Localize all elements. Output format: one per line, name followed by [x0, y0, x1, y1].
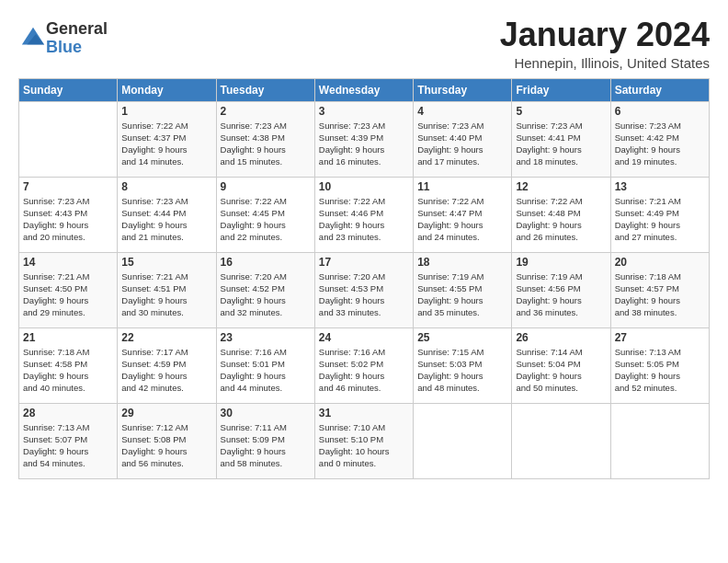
day-cell: 27Sunrise: 7:13 AMSunset: 5:05 PMDayligh… — [610, 327, 709, 403]
day-cell — [414, 403, 512, 478]
month-title: January 2024 — [500, 17, 710, 53]
day-cell: 23Sunrise: 7:16 AMSunset: 5:01 PMDayligh… — [216, 327, 314, 403]
day-number: 27 — [615, 331, 705, 344]
day-cell: 16Sunrise: 7:20 AMSunset: 4:52 PMDayligh… — [216, 252, 314, 327]
day-info: Sunrise: 7:22 AMSunset: 4:37 PMDaylight:… — [121, 120, 211, 168]
day-cell: 5Sunrise: 7:23 AMSunset: 4:41 PMDaylight… — [512, 101, 610, 177]
day-info: Sunrise: 7:23 AMSunset: 4:39 PMDaylight:… — [319, 120, 409, 168]
day-info: Sunrise: 7:13 AMSunset: 5:07 PMDaylight:… — [23, 421, 113, 470]
day-number: 4 — [417, 105, 507, 118]
day-number: 1 — [121, 105, 211, 118]
day-cell: 26Sunrise: 7:14 AMSunset: 5:04 PMDayligh… — [512, 327, 610, 403]
day-info: Sunrise: 7:18 AMSunset: 4:57 PMDaylight:… — [615, 270, 705, 319]
day-info: Sunrise: 7:21 AMSunset: 4:51 PMDaylight:… — [121, 270, 211, 319]
day-info: Sunrise: 7:16 AMSunset: 5:01 PMDaylight:… — [221, 346, 311, 395]
day-info: Sunrise: 7:23 AMSunset: 4:41 PMDaylight:… — [516, 120, 606, 168]
header-thursday: Thursday — [414, 78, 512, 101]
week-row-1: 1Sunrise: 7:22 AMSunset: 4:37 PMDaylight… — [19, 101, 710, 177]
day-number: 10 — [319, 180, 409, 193]
page-header: General Blue January 2024 Hennepin, Illi… — [18, 17, 710, 71]
day-cell: 21Sunrise: 7:18 AMSunset: 4:58 PMDayligh… — [19, 327, 118, 403]
day-info: Sunrise: 7:23 AMSunset: 4:38 PMDaylight:… — [221, 120, 311, 168]
day-cell: 30Sunrise: 7:11 AMSunset: 5:09 PMDayligh… — [216, 403, 314, 478]
header-tuesday: Tuesday — [216, 78, 314, 101]
day-cell: 19Sunrise: 7:19 AMSunset: 4:56 PMDayligh… — [512, 252, 610, 327]
day-number: 17 — [319, 256, 409, 269]
day-number: 6 — [615, 105, 705, 118]
day-info: Sunrise: 7:14 AMSunset: 5:04 PMDaylight:… — [516, 346, 606, 395]
day-cell: 12Sunrise: 7:22 AMSunset: 4:48 PMDayligh… — [512, 177, 610, 252]
day-info: Sunrise: 7:22 AMSunset: 4:48 PMDaylight:… — [516, 195, 606, 244]
day-cell: 7Sunrise: 7:23 AMSunset: 4:43 PMDaylight… — [19, 177, 118, 252]
day-number: 16 — [221, 256, 311, 269]
day-info: Sunrise: 7:12 AMSunset: 5:08 PMDaylight:… — [121, 421, 211, 470]
day-info: Sunrise: 7:18 AMSunset: 4:58 PMDaylight:… — [23, 346, 113, 395]
day-number: 2 — [221, 105, 311, 118]
day-info: Sunrise: 7:11 AMSunset: 5:09 PMDaylight:… — [221, 421, 311, 470]
day-cell: 31Sunrise: 7:10 AMSunset: 5:10 PMDayligh… — [314, 403, 413, 478]
day-cell: 22Sunrise: 7:17 AMSunset: 4:59 PMDayligh… — [118, 327, 216, 403]
day-cell: 8Sunrise: 7:23 AMSunset: 4:44 PMDaylight… — [118, 177, 216, 252]
location-text: Hennepin, Illinois, United States — [500, 55, 710, 71]
day-cell: 2Sunrise: 7:23 AMSunset: 4:38 PMDaylight… — [216, 101, 314, 177]
title-block: January 2024 Hennepin, Illinois, United … — [500, 17, 710, 71]
calendar-table: SundayMondayTuesdayWednesdayThursdayFrid… — [18, 78, 710, 479]
day-number: 7 — [23, 180, 113, 193]
day-info: Sunrise: 7:19 AMSunset: 4:55 PMDaylight:… — [417, 270, 507, 319]
week-row-2: 7Sunrise: 7:23 AMSunset: 4:43 PMDaylight… — [19, 177, 710, 252]
day-number: 15 — [121, 256, 211, 269]
day-cell: 24Sunrise: 7:16 AMSunset: 5:02 PMDayligh… — [314, 327, 413, 403]
day-number: 23 — [221, 331, 311, 344]
day-info: Sunrise: 7:22 AMSunset: 4:46 PMDaylight:… — [319, 195, 409, 244]
week-row-4: 21Sunrise: 7:18 AMSunset: 4:58 PMDayligh… — [19, 327, 710, 403]
day-info: Sunrise: 7:22 AMSunset: 4:45 PMDaylight:… — [221, 195, 311, 244]
day-number: 26 — [516, 331, 606, 344]
day-number: 19 — [516, 256, 606, 269]
day-number: 14 — [23, 256, 113, 269]
day-info: Sunrise: 7:20 AMSunset: 4:52 PMDaylight:… — [221, 270, 311, 319]
day-number: 18 — [417, 256, 507, 269]
day-cell — [512, 403, 610, 478]
day-cell: 4Sunrise: 7:23 AMSunset: 4:40 PMDaylight… — [414, 101, 512, 177]
day-number: 29 — [121, 407, 211, 419]
day-cell: 25Sunrise: 7:15 AMSunset: 5:03 PMDayligh… — [414, 327, 512, 403]
day-cell: 9Sunrise: 7:22 AMSunset: 4:45 PMDaylight… — [216, 177, 314, 252]
day-info: Sunrise: 7:23 AMSunset: 4:40 PMDaylight:… — [417, 120, 507, 168]
day-cell: 15Sunrise: 7:21 AMSunset: 4:51 PMDayligh… — [118, 252, 216, 327]
day-info: Sunrise: 7:22 AMSunset: 4:47 PMDaylight:… — [417, 195, 507, 244]
day-number: 31 — [319, 407, 409, 419]
day-number: 11 — [417, 180, 507, 193]
logo: General Blue — [18, 20, 108, 57]
day-cell: 13Sunrise: 7:21 AMSunset: 4:49 PMDayligh… — [610, 177, 709, 252]
header-sunday: Sunday — [19, 78, 118, 101]
day-info: Sunrise: 7:20 AMSunset: 4:53 PMDaylight:… — [319, 270, 409, 319]
day-number: 3 — [319, 105, 409, 118]
header-saturday: Saturday — [610, 78, 709, 101]
day-cell: 28Sunrise: 7:13 AMSunset: 5:07 PMDayligh… — [19, 403, 118, 478]
day-info: Sunrise: 7:23 AMSunset: 4:43 PMDaylight:… — [23, 195, 113, 244]
day-info: Sunrise: 7:10 AMSunset: 5:10 PMDaylight:… — [319, 421, 409, 470]
day-cell: 1Sunrise: 7:22 AMSunset: 4:37 PMDaylight… — [118, 101, 216, 177]
day-number: 8 — [121, 180, 211, 193]
day-number: 9 — [221, 180, 311, 193]
day-cell: 29Sunrise: 7:12 AMSunset: 5:08 PMDayligh… — [118, 403, 216, 478]
day-number: 5 — [516, 105, 606, 118]
day-cell: 11Sunrise: 7:22 AMSunset: 4:47 PMDayligh… — [414, 177, 512, 252]
day-cell — [19, 101, 118, 177]
day-info: Sunrise: 7:17 AMSunset: 4:59 PMDaylight:… — [121, 346, 211, 395]
day-info: Sunrise: 7:23 AMSunset: 4:42 PMDaylight:… — [615, 120, 705, 168]
day-cell: 17Sunrise: 7:20 AMSunset: 4:53 PMDayligh… — [314, 252, 413, 327]
header-row: SundayMondayTuesdayWednesdayThursdayFrid… — [19, 78, 710, 101]
calendar-page: General Blue January 2024 Hennepin, Illi… — [0, 0, 728, 563]
day-number: 12 — [516, 180, 606, 193]
day-cell: 3Sunrise: 7:23 AMSunset: 4:39 PMDaylight… — [314, 101, 413, 177]
week-row-3: 14Sunrise: 7:21 AMSunset: 4:50 PMDayligh… — [19, 252, 710, 327]
day-cell: 6Sunrise: 7:23 AMSunset: 4:42 PMDaylight… — [610, 101, 709, 177]
logo-general-text: General — [46, 19, 108, 38]
day-number: 28 — [23, 407, 113, 419]
day-cell — [610, 403, 709, 478]
day-info: Sunrise: 7:16 AMSunset: 5:02 PMDaylight:… — [319, 346, 409, 395]
day-cell: 10Sunrise: 7:22 AMSunset: 4:46 PMDayligh… — [314, 177, 413, 252]
day-info: Sunrise: 7:23 AMSunset: 4:44 PMDaylight:… — [121, 195, 211, 244]
day-info: Sunrise: 7:21 AMSunset: 4:49 PMDaylight:… — [615, 195, 705, 244]
